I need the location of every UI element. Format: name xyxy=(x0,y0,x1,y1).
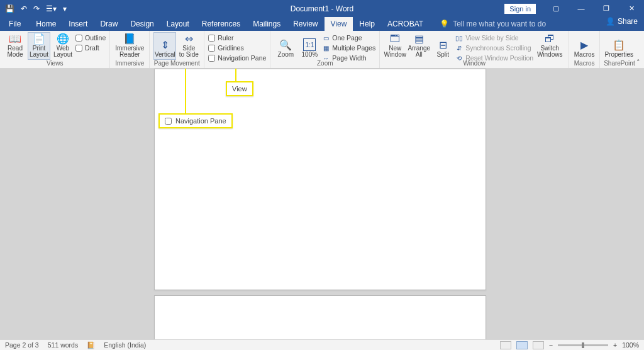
status-language[interactable]: English (India) xyxy=(104,341,146,349)
ribbon: 📖 Read Mode 📄 Print Layout 🌐 Web Layout … xyxy=(0,31,644,69)
callout-line-view xyxy=(235,69,236,81)
group-views: 📖 Read Mode 📄 Print Layout 🌐 Web Layout … xyxy=(0,31,110,68)
group-page-movement: ⇕ Vertical ⇔ Side to Side Page Movement xyxy=(150,31,204,68)
outline-checkbox[interactable]: Outline xyxy=(75,33,106,42)
touch-mode-icon[interactable]: ☰▾ xyxy=(46,4,57,13)
callout-view: View xyxy=(226,81,253,96)
ruler-checkbox[interactable]: Ruler xyxy=(208,33,266,42)
vertical-button[interactable]: ⇕ Vertical xyxy=(153,32,176,60)
lightbulb-icon: 💡 xyxy=(440,20,449,28)
print-layout-icon: 📄 xyxy=(33,33,45,45)
read-mode-button[interactable]: 📖 Read Mode xyxy=(4,32,26,60)
split-icon: ⊟ xyxy=(436,38,449,51)
group-show: Ruler Gridlines Navigation Pane Show xyxy=(204,31,270,68)
tab-view[interactable]: View xyxy=(325,17,353,31)
draft-checkbox[interactable]: Draft xyxy=(75,43,106,52)
gridlines-checkbox[interactable]: Gridlines xyxy=(208,43,266,52)
callout-navpane-checkbox xyxy=(165,118,172,125)
group-zoom: 🔍 Zoom 1:1 100% ▭One Page ▦Multiple Page… xyxy=(270,31,380,68)
arrange-all-button[interactable]: ▤ Arrange All xyxy=(408,32,430,60)
status-word-count[interactable]: 511 words xyxy=(48,341,78,349)
sync-scroll-icon: ⇵ xyxy=(455,44,463,52)
arrange-all-icon: ▤ xyxy=(413,33,425,45)
macros-button[interactable]: ▶ Macros xyxy=(573,32,596,60)
new-window-icon: 🗔 xyxy=(389,33,401,45)
tab-insert[interactable]: Insert xyxy=(62,17,94,31)
qat-customize-icon[interactable]: ▾ xyxy=(63,4,67,13)
tab-mailings[interactable]: Mailings xyxy=(247,17,287,31)
group-macros: ▶ Macros Macros xyxy=(569,31,600,68)
properties-button[interactable]: 📋 Properties xyxy=(604,32,634,60)
redo-icon[interactable]: ↷ xyxy=(33,4,40,13)
sign-in-button[interactable]: Sign in xyxy=(504,4,536,14)
document-page-1[interactable] xyxy=(154,69,486,290)
document-page-2[interactable] xyxy=(154,295,486,339)
status-spellcheck-icon[interactable]: 📔 xyxy=(87,341,95,349)
zoom-slider-thumb[interactable] xyxy=(582,342,584,348)
close-button[interactable]: ✕ xyxy=(619,0,644,17)
maximize-button[interactable]: ❐ xyxy=(594,0,619,17)
immersive-reader-button[interactable]: 📘 Immersive Reader xyxy=(114,32,145,60)
read-mode-icon: 📖 xyxy=(9,33,21,45)
zoom-in-button[interactable]: + xyxy=(613,341,617,349)
group-label-sharepoint: SharePoint xyxy=(604,60,635,67)
navigation-pane-checkbox[interactable]: Navigation Pane xyxy=(208,54,266,62)
zoom-button[interactable]: 🔍 Zoom xyxy=(274,32,297,60)
web-layout-button[interactable]: 🌐 Web Layout xyxy=(52,32,74,60)
web-layout-icon: 🌐 xyxy=(57,33,69,45)
group-window: 🗔 New Window ▤ Arrange All ⊟ Split ▯▯Vie… xyxy=(380,31,569,68)
side-to-side-icon: ⇔ xyxy=(182,33,195,45)
print-layout-button[interactable]: 📄 Print Layout xyxy=(28,32,50,60)
share-button[interactable]: 👤 Share xyxy=(606,17,638,26)
document-area: View Navigation Pane xyxy=(0,69,644,339)
tab-layout[interactable]: Layout xyxy=(160,17,196,31)
group-label-window: Window xyxy=(384,60,565,67)
group-label-page-movement: Page Movement xyxy=(153,60,200,67)
one-page-button[interactable]: ▭One Page xyxy=(322,33,375,42)
switch-windows-icon: 🗗 xyxy=(543,33,556,45)
menu-tabs: File Home Insert Draw Design Layout Refe… xyxy=(0,17,644,31)
new-window-button[interactable]: 🗔 New Window xyxy=(384,32,406,60)
collapse-ribbon-icon[interactable]: ˄ xyxy=(636,59,640,67)
save-icon[interactable]: 💾 xyxy=(5,4,14,13)
tab-help[interactable]: Help xyxy=(353,17,381,31)
view-web-layout-button[interactable] xyxy=(533,341,544,349)
side-to-side-button[interactable]: ⇔ Side to Side xyxy=(177,32,200,60)
status-page[interactable]: Page 2 of 3 xyxy=(5,341,39,349)
side-by-side-icon: ▯▯ xyxy=(455,34,463,42)
group-label-zoom: Zoom xyxy=(274,60,375,67)
tab-references[interactable]: References xyxy=(196,17,247,31)
tell-me-search[interactable]: 💡 Tell me what you want to do xyxy=(440,17,546,31)
undo-icon[interactable]: ↶ xyxy=(21,4,27,13)
tab-home[interactable]: Home xyxy=(30,17,62,31)
minimize-button[interactable]: — xyxy=(569,0,594,17)
group-immersive: 📘 Immersive Reader Immersive xyxy=(110,31,150,68)
zoom-slider[interactable] xyxy=(558,344,608,346)
ribbon-display-options-icon[interactable]: ▢ xyxy=(543,0,569,17)
zoom-out-button[interactable]: − xyxy=(549,341,553,349)
zoom-100-button[interactable]: 1:1 100% xyxy=(298,32,321,60)
immersive-reader-icon: 📘 xyxy=(123,33,136,45)
group-sharepoint: 📋 Properties SharePoint xyxy=(600,31,638,68)
switch-windows-button[interactable]: 🗗 Switch Windows xyxy=(535,32,565,60)
view-side-by-side-button: ▯▯View Side by Side xyxy=(455,33,533,42)
view-read-mode-button[interactable] xyxy=(500,341,511,349)
zoom-icon: 🔍 xyxy=(279,38,292,51)
tab-design[interactable]: Design xyxy=(124,17,160,31)
multiple-pages-button[interactable]: ▦Multiple Pages xyxy=(322,43,375,52)
callout-view-label: View xyxy=(232,85,247,93)
quick-access-toolbar: 💾 ↶ ↷ ☰▾ ▾ xyxy=(0,4,67,13)
one-page-icon: ▭ xyxy=(322,34,330,42)
split-button[interactable]: ⊟ Split xyxy=(431,32,454,60)
vertical-icon: ⇕ xyxy=(158,38,171,51)
multiple-pages-icon: ▦ xyxy=(322,44,330,52)
share-icon: 👤 xyxy=(606,17,615,26)
tab-draw[interactable]: Draw xyxy=(94,17,124,31)
view-print-layout-button[interactable] xyxy=(516,341,528,349)
tab-file[interactable]: File xyxy=(3,17,27,31)
tab-review[interactable]: Review xyxy=(287,17,324,31)
properties-icon: 📋 xyxy=(613,38,625,51)
group-label-macros: Macros xyxy=(573,60,596,67)
tab-acrobat[interactable]: ACROBAT xyxy=(381,17,430,31)
zoom-level[interactable]: 100% xyxy=(622,341,639,349)
